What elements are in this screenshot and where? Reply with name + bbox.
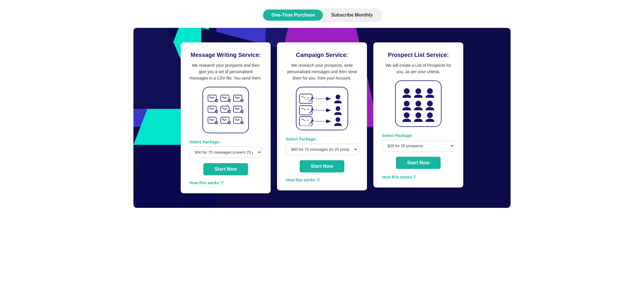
msg-icon-4: [208, 106, 218, 114]
card-prospect-list: Prospect List Service: We will create a …: [373, 42, 463, 188]
card-campaign: Campaign Service: We research your prosp…: [277, 42, 367, 190]
svg-point-33: [336, 95, 340, 99]
card-1-start-btn[interactable]: Start Now: [203, 163, 248, 175]
svg-point-35: [336, 117, 340, 122]
message-icon-grid: [205, 92, 247, 128]
svg-point-37: [415, 88, 421, 94]
card-3-title: Prospect List Service:: [388, 52, 449, 58]
main-banner: Message Writing Service: We research you…: [133, 28, 511, 208]
msg-icon-3: [233, 95, 244, 103]
msg-icon-9: [233, 117, 244, 125]
card-3-how-link[interactable]: How this works ▽: [382, 175, 416, 179]
card-3-icon-area: [395, 80, 442, 127]
svg-point-38: [427, 88, 433, 94]
card-3-package-select[interactable]: $20 for 25 prospects $35 for 50 prospect…: [382, 140, 455, 152]
svg-marker-31: [326, 109, 331, 112]
svg-point-42: [404, 112, 410, 118]
prospect-illustration: [399, 85, 437, 122]
card-2-start-btn[interactable]: Start Now: [300, 160, 344, 172]
card-1-icon-area: [202, 87, 249, 133]
card-3-desc: We will create a List of Prospects for y…: [382, 62, 455, 75]
svg-point-43: [415, 112, 421, 118]
svg-point-36: [404, 88, 410, 94]
card-2-select-label: Select Package:: [286, 137, 317, 141]
card-1-select-label: Select Package:: [189, 140, 220, 144]
card-2-how-link[interactable]: How this works ▽: [286, 178, 320, 182]
svg-point-39: [404, 101, 410, 107]
svg-point-44: [427, 112, 433, 118]
msg-icon-7: [208, 117, 218, 125]
card-2-title: Campaign Service:: [296, 52, 348, 58]
card-message-writing: Message Writing Service: We research you…: [181, 42, 271, 193]
svg-marker-30: [326, 97, 331, 100]
svg-point-34: [336, 106, 340, 111]
purchase-toggle[interactable]: One-Time Purchase Subscribe Monthly: [261, 8, 382, 22]
msg-icon-1: [208, 95, 218, 103]
card-1-title: Message Writing Service:: [191, 52, 261, 58]
msg-icon-2: [220, 95, 231, 103]
subscribe-monthly-btn[interactable]: Subscribe Monthly: [323, 10, 381, 21]
msg-icon-6: [233, 106, 244, 114]
msg-icon-8: [220, 117, 231, 125]
card-1-how-link[interactable]: How this works ▽: [189, 181, 224, 185]
svg-marker-32: [326, 120, 331, 123]
one-time-purchase-btn[interactable]: One-Time Purchase: [263, 10, 323, 21]
cards-container: Message Writing Service: We research you…: [133, 31, 511, 205]
svg-point-40: [415, 101, 421, 107]
card-2-package-select[interactable]: $60 for 75 messages (to 25 prospects) $1…: [286, 144, 358, 155]
svg-point-41: [427, 101, 433, 107]
card-2-desc: We research your prospects, write person…: [286, 62, 358, 81]
card-1-desc: We research your prospects and then give…: [189, 62, 262, 81]
card-3-start-btn[interactable]: Start Now: [396, 157, 440, 169]
msg-icon-5: [220, 106, 231, 114]
card-2-icon-area: [296, 87, 348, 130]
card-1-package-select[interactable]: $50 for 75 messages (covers 25 prospects…: [189, 147, 262, 158]
campaign-illustration: [299, 91, 345, 126]
card-3-select-label: Select Package:: [382, 133, 413, 138]
